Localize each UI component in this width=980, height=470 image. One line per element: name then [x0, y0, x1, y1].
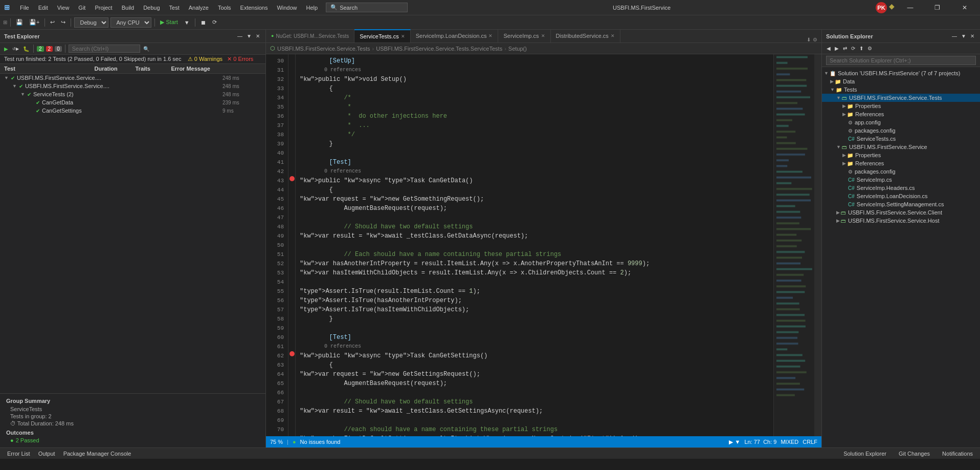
git-changes-tab[interactable]: Git Changes	[896, 450, 933, 458]
sol-pin-button[interactable]: —	[950, 33, 959, 39]
zoom-level[interactable]: 75 %	[270, 439, 283, 445]
tab-servicetests[interactable]: ServiceTests.cs ✕	[354, 29, 410, 42]
solution-explorer-toolbar: ◀ ▶ ⇄ ⟳ ⬆ ⚙	[822, 43, 980, 54]
menu-debug[interactable]: Debug	[139, 4, 164, 12]
breadcrumb-class[interactable]: USBFI.MS.FirstService.Service.Tests.Serv…	[376, 46, 502, 52]
tab-serviceimp[interactable]: ServiceImp.cs ✕	[498, 29, 550, 42]
toolbar-sep-1	[10, 18, 11, 27]
close-button[interactable]: ✕	[953, 1, 976, 15]
sol-tree-item[interactable]: C# ServiceImp.LoanDecision.cs	[822, 192, 980, 200]
notifications-tab[interactable]: Notifications	[939, 450, 976, 458]
maximize-button[interactable]: ❐	[926, 1, 949, 15]
tab-close-serviceimp[interactable]: ✕	[541, 33, 545, 38]
test-explorer-dropdown[interactable]: ▼	[245, 33, 253, 39]
sol-tree-item[interactable]: ▶ 🗃 USBFI.MS.FirstService.Service.Host	[822, 217, 980, 225]
tab-close-distributed[interactable]: ✕	[611, 33, 615, 38]
run-dropdown[interactable]: ▼	[182, 18, 192, 27]
menu-file[interactable]: File	[16, 4, 33, 12]
test-item-3[interactable]: ✔ CanGetData 239 ms	[0, 98, 265, 106]
toolbar-misc-1[interactable]: ⏹	[198, 18, 208, 27]
sol-header-buttons: — ▼ ✕	[950, 33, 976, 39]
tab-close-servicetests[interactable]: ✕	[401, 34, 405, 39]
clock-icon: ⏱	[10, 420, 16, 426]
sol-tree-item[interactable]: ▶ 📁 References	[822, 159, 980, 167]
tab-serviceimp-loan[interactable]: ServiceImp.LoanDecision.cs ✕	[411, 29, 499, 42]
sol-forward-button[interactable]: ▶	[833, 45, 840, 52]
run-all-tests-button[interactable]: ▶	[3, 45, 9, 53]
sol-tree-item[interactable]: C# ServiceImp.cs	[822, 176, 980, 184]
toolbar-save-all[interactable]: 💾+	[27, 18, 41, 27]
sol-tree-item[interactable]: ▼ 📋 Solution 'USBFI.MS.FirstService' (7 …	[822, 69, 980, 77]
sol-sync-button[interactable]: ⇄	[841, 45, 849, 52]
menu-extensions[interactable]: Extensions	[236, 4, 272, 12]
menu-project[interactable]: Project	[91, 4, 116, 12]
minimize-button[interactable]: —	[899, 1, 922, 15]
sol-settings-button[interactable]: ⚙	[866, 45, 874, 52]
toolbar-redo[interactable]: ↪	[59, 18, 68, 27]
sol-tree-item[interactable]: ▶ 📁 Properties	[822, 151, 980, 159]
tab-distributed[interactable]: DistributedService.cs ✕	[551, 29, 620, 42]
toolbar-undo[interactable]: ↩	[48, 18, 57, 27]
sol-tree-item[interactable]: C# ServiceImp.SettingManagement.cs	[822, 200, 980, 208]
sol-refresh-button[interactable]: ⟳	[850, 45, 857, 52]
run-button[interactable]: ▶ Start	[158, 18, 180, 27]
toolbar-misc-2[interactable]: ⟳	[210, 18, 219, 27]
platform-dropdown[interactable]: Any CPU	[110, 17, 151, 28]
toolbar-save[interactable]: 💾	[14, 18, 25, 27]
sol-tree-item[interactable]: ▼ 🗃 USBFI.MS.FirstService.Service.Tests	[822, 94, 980, 102]
tab-nuget[interactable]: ● NuGet: USBFI.M...Service.Tests	[266, 29, 354, 42]
sol-tree-item[interactable]: ⚙ packages.config	[822, 167, 980, 176]
sol-dropdown-button[interactable]: ▼	[960, 33, 968, 39]
menu-view[interactable]: View	[53, 4, 74, 12]
code-editor[interactable]: [SetUp] 0 references "kw">public "kw">vo…	[296, 54, 773, 436]
sol-tree-item[interactable]: ▶ 📁 References	[822, 110, 980, 118]
sol-tree-item[interactable]: ▶ 📁 Data	[822, 77, 980, 86]
sol-close-button[interactable]: ✕	[969, 33, 976, 39]
menu-window[interactable]: Window	[273, 4, 301, 12]
test-item-2[interactable]: ▼ ✔ ServiceTests (2) 248 ms	[0, 90, 265, 98]
debug-tests-button[interactable]: 🐛	[22, 45, 30, 53]
vertical-scrollbar[interactable]	[814, 54, 821, 436]
menu-test[interactable]: Test	[165, 4, 184, 12]
test-explorer-close[interactable]: ✕	[254, 33, 261, 39]
package-manager-tab[interactable]: Package Manager Console	[60, 450, 135, 458]
breadcrumb-project[interactable]: USBFI.MS.FirstService.Service.Tests	[277, 46, 370, 52]
sol-tree-item[interactable]: ⚙ app.config	[822, 118, 980, 126]
tab-overflow-button[interactable]: ⬇	[807, 37, 811, 42]
sol-tree-item[interactable]: C# ServiceTests.cs	[822, 135, 980, 143]
tab-settings-button[interactable]: ⚙	[813, 37, 817, 42]
breadcrumb-method[interactable]: Setup()	[508, 46, 527, 52]
menu-build[interactable]: Build	[118, 4, 138, 12]
output-tab[interactable]: Output	[35, 450, 58, 458]
run-tests-status-btn[interactable]: ▶ ▼	[729, 439, 740, 445]
test-item-0[interactable]: ▼ ✔ USBFI.MS.FirstService.Service.... 24…	[0, 74, 265, 82]
sol-tree-item[interactable]: ▼ 🗃 USBFI.MS.FirstService.Service	[822, 143, 980, 151]
test-item-4[interactable]: ✔ CanGetSettings 9 ms	[0, 106, 265, 115]
pass-icon-2: ✔	[27, 92, 31, 97]
sol-collapse-button[interactable]: ⬆	[858, 45, 865, 52]
test-search-input[interactable]	[69, 45, 140, 53]
solution-explorer-bottom-tab[interactable]: Solution Explorer	[840, 450, 889, 458]
test-item-1[interactable]: ▼ ✔ USBFI.MS.FirstService.Service.... 24…	[0, 82, 265, 90]
menu-help[interactable]: Help	[302, 4, 322, 12]
menu-git[interactable]: Git	[74, 4, 90, 12]
sol-back-button[interactable]: ◀	[825, 45, 832, 52]
menu-tools[interactable]: Tools	[214, 4, 235, 12]
menu-edit[interactable]: Edit	[34, 4, 52, 12]
global-search-box[interactable]: 🔍 Search	[326, 3, 408, 12]
debug-config-dropdown[interactable]: Debug	[74, 17, 108, 28]
sol-tree-item[interactable]: ▼ 📁 Tests	[822, 86, 980, 94]
sol-tree-item[interactable]: C# ServiceImp.Headers.cs	[822, 184, 980, 192]
run-failed-tests-button[interactable]: ↺▶	[11, 46, 20, 52]
sol-tree-item[interactable]: ▶ 📁 Properties	[822, 102, 980, 110]
toolbar-icon-1[interactable]: ⊞	[3, 19, 7, 25]
test-explorer-pin[interactable]: —	[236, 33, 244, 39]
sol-tree-item[interactable]: ⚙ packages.config	[822, 126, 980, 135]
solution-search-input[interactable]	[826, 56, 976, 65]
test-search-button[interactable]: 🔍	[142, 45, 150, 53]
tab-close-loan[interactable]: ✕	[488, 33, 493, 38]
menu-analyze[interactable]: Analyze	[185, 4, 213, 12]
error-list-tab[interactable]: Error List	[4, 450, 33, 458]
outcomes-section: Outcomes ● 2 Passed	[6, 430, 259, 443]
sol-tree-item[interactable]: ▶ 🗃 USBFI.MS.FirstService.Service.Client	[822, 208, 980, 217]
